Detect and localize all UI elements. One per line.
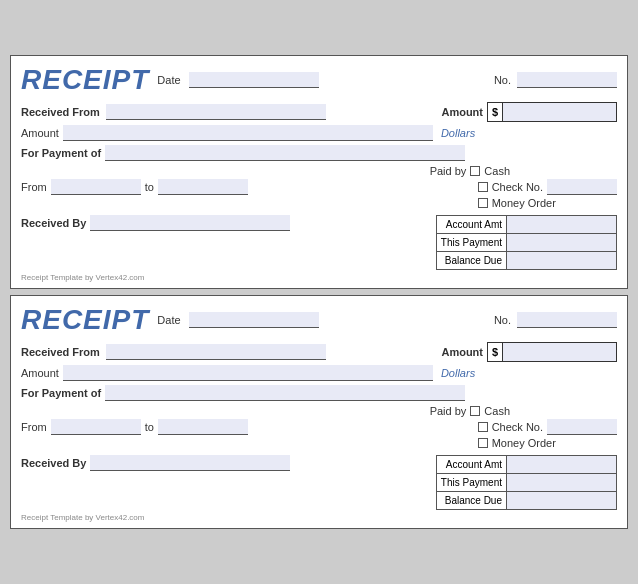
receipt-1: RECEIPT Date No. Received From Amount $ … <box>10 55 628 289</box>
receipt-2: RECEIPT Date No. Received From Amount $ … <box>10 295 628 529</box>
money-order-label-2: Money Order <box>492 437 556 449</box>
no-label-1: No. <box>494 74 511 86</box>
this-payment-val-1[interactable] <box>507 234 617 252</box>
amount-words-label-1: Amount <box>21 127 59 139</box>
for-payment-input-1[interactable] <box>105 145 465 161</box>
received-by-label-2: Received By <box>21 457 86 469</box>
cash-checkbox-2[interactable] <box>470 406 480 416</box>
paid-by-label-2: Paid by <box>430 405 467 417</box>
to-label-1: to <box>145 181 154 193</box>
account-amt-label-1: Account Amt <box>436 216 506 234</box>
check-label-1: Check No. <box>492 181 543 193</box>
account-amt-val-1[interactable] <box>507 216 617 234</box>
receipt-title-1: RECEIPT <box>21 64 149 96</box>
watermark-1: Receipt Template by Vertex42.com <box>21 273 617 282</box>
money-order-checkbox-2[interactable] <box>478 438 488 448</box>
from-label-1: From <box>21 181 47 193</box>
paid-by-section-2: Paid by Cash Check No. Money Order <box>430 405 617 449</box>
to-input-1[interactable] <box>158 179 248 195</box>
received-from-label-2: Received From <box>21 346 100 358</box>
for-payment-label-1: For Payment of <box>21 147 101 159</box>
balance-due-val-2[interactable] <box>507 492 617 510</box>
paid-by-label-1: Paid by <box>430 165 467 177</box>
date-input-1[interactable] <box>189 72 319 88</box>
received-by-line-1[interactable] <box>90 215 290 231</box>
check-input-2[interactable] <box>547 419 617 435</box>
received-by-line-2[interactable] <box>90 455 290 471</box>
cash-checkbox-1[interactable] <box>470 166 480 176</box>
date-label-2: Date <box>157 314 180 326</box>
cash-label-1: Cash <box>484 165 510 177</box>
from-label-2: From <box>21 421 47 433</box>
check-checkbox-2[interactable] <box>478 422 488 432</box>
amount-words-input-2[interactable] <box>63 365 433 381</box>
account-table-1: Account Amt This Payment Balance Due <box>436 215 617 270</box>
no-label-2: No. <box>494 314 511 326</box>
account-amt-label-2: Account Amt <box>436 456 506 474</box>
this-payment-label-1: This Payment <box>436 234 506 252</box>
amount-box-2: $ <box>487 342 617 362</box>
received-by-label-1: Received By <box>21 217 86 229</box>
check-label-2: Check No. <box>492 421 543 433</box>
account-table-2: Account Amt This Payment Balance Due <box>436 455 617 510</box>
amount-input-2[interactable] <box>503 343 616 361</box>
amount-words-label-2: Amount <box>21 367 59 379</box>
dollar-sign-2: $ <box>488 343 503 361</box>
no-input-1[interactable] <box>517 72 617 88</box>
dollars-label-1: Dollars <box>441 127 475 139</box>
received-from-input-1[interactable] <box>106 104 326 120</box>
balance-due-val-1[interactable] <box>507 252 617 270</box>
received-from-input-2[interactable] <box>106 344 326 360</box>
check-input-1[interactable] <box>547 179 617 195</box>
date-label-1: Date <box>157 74 180 86</box>
cash-label-2: Cash <box>484 405 510 417</box>
this-payment-val-2[interactable] <box>507 474 617 492</box>
dollar-sign-1: $ <box>488 103 503 121</box>
this-payment-label-2: This Payment <box>436 474 506 492</box>
receipt-title-2: RECEIPT <box>21 304 149 336</box>
paid-by-section-1: Paid by Cash Check No. Money Order <box>430 165 617 209</box>
amount-input-1[interactable] <box>503 103 616 121</box>
money-order-label-1: Money Order <box>492 197 556 209</box>
dollars-label-2: Dollars <box>441 367 475 379</box>
from-input-2[interactable] <box>51 419 141 435</box>
to-label-2: to <box>145 421 154 433</box>
account-amt-val-2[interactable] <box>507 456 617 474</box>
from-input-1[interactable] <box>51 179 141 195</box>
to-input-2[interactable] <box>158 419 248 435</box>
date-input-2[interactable] <box>189 312 319 328</box>
money-order-checkbox-1[interactable] <box>478 198 488 208</box>
amount-label-1: Amount <box>441 106 483 118</box>
check-checkbox-1[interactable] <box>478 182 488 192</box>
amount-box-1: $ <box>487 102 617 122</box>
watermark-2: Receipt Template by Vertex42.com <box>21 513 617 522</box>
amount-words-input-1[interactable] <box>63 125 433 141</box>
no-input-2[interactable] <box>517 312 617 328</box>
balance-due-label-2: Balance Due <box>436 492 506 510</box>
for-payment-label-2: For Payment of <box>21 387 101 399</box>
for-payment-input-2[interactable] <box>105 385 465 401</box>
balance-due-label-1: Balance Due <box>436 252 506 270</box>
received-from-label-1: Received From <box>21 106 100 118</box>
amount-label-2: Amount <box>441 346 483 358</box>
